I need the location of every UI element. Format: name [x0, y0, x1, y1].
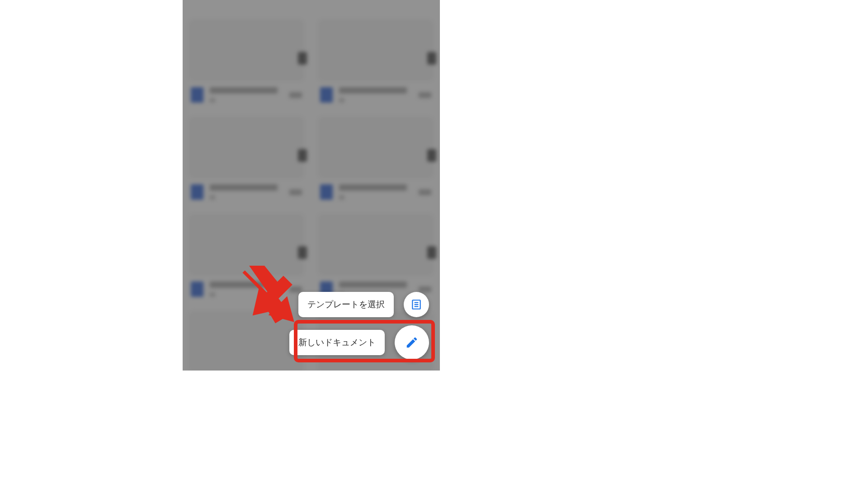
- fab-option-template[interactable]: テンプレートを選択: [298, 292, 429, 317]
- app-screen: テンプレートを選択 新しいドキュメント: [183, 0, 440, 371]
- annotation-arrow-icon: [241, 269, 299, 328]
- annotation-highlight: [294, 320, 435, 362]
- fab-option-label: テンプレートを選択: [298, 292, 394, 317]
- template-icon-button[interactable]: [404, 292, 429, 317]
- template-icon: [410, 299, 422, 310]
